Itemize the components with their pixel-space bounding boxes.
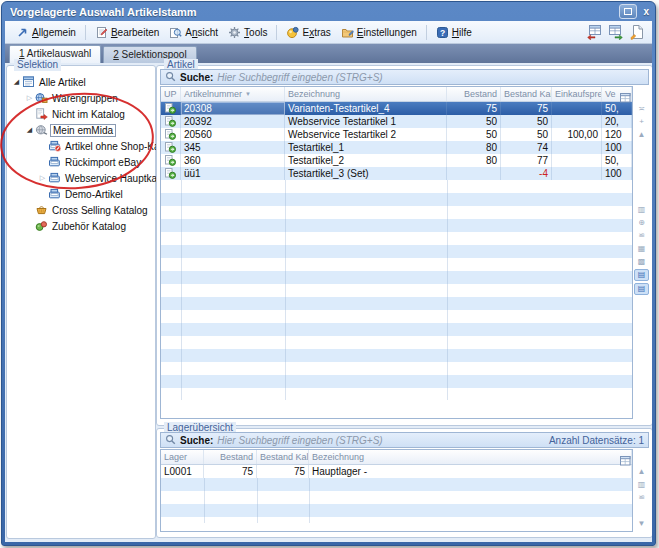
record-count-label: Anzahl Datensätze: 1 xyxy=(549,435,644,446)
folder-pencil-icon xyxy=(341,26,354,39)
search-label: Suche: xyxy=(180,435,213,446)
tree-item-webservice-hauptkategorie[interactable]: ▷Webservice Hauptkategorie xyxy=(7,170,155,186)
artikel-table-row[interactable]: üü1Testartikel_3 (Set)-4100 xyxy=(161,167,632,180)
menu-item-einstellungen[interactable]: Einstellungen xyxy=(336,24,422,41)
maximize-button[interactable] xyxy=(619,4,637,19)
lager-table-header: LagerBestandBestand Kalk..Bezeichnung xyxy=(161,450,632,465)
cell-bestand_kalk: 75 xyxy=(257,465,309,478)
artikel-table-row[interactable]: 345Testartikel_18074100 xyxy=(161,141,632,154)
menu-item-label: Bearbeiten xyxy=(111,27,159,38)
artikel-search-bar[interactable]: Suche: Hier Suchbegriff eingeben (STRG+S… xyxy=(160,69,649,85)
accessories-icon xyxy=(35,220,50,232)
cell-bezeichnung: Webservice Testartikel 2 xyxy=(285,128,447,141)
cell-artikelnummer: 20308 xyxy=(181,102,285,115)
column-chooser-icon[interactable] xyxy=(620,89,631,107)
column-header-artikelnummer[interactable]: Artikelnummer▼ xyxy=(181,87,285,101)
menu-item-tools[interactable]: Tools xyxy=(223,24,272,41)
menu-item-ansicht[interactable]: Ansicht xyxy=(164,24,223,41)
close-button[interactable]: x xyxy=(643,6,649,17)
shop-status-icon xyxy=(161,115,181,128)
table-import-icon[interactable] xyxy=(608,24,624,40)
scroll-down-icon[interactable]: ▼ xyxy=(635,518,648,529)
column-header-up[interactable]: UP xyxy=(161,87,181,101)
column-header-bezeichnung[interactable]: Bezeichnung xyxy=(285,87,447,101)
selektion-groupbox: Selektion ◢Alle Artikel▷WarengruppenNich… xyxy=(6,65,156,539)
column-header-einkaufspreis[interactable]: Einkaufspreis xyxy=(552,87,602,101)
shop-status-icon xyxy=(161,102,181,115)
columns-icon[interactable]: ▥ xyxy=(635,204,648,215)
layout-icon[interactable]: ▩ xyxy=(635,256,648,267)
maximize-icon xyxy=(624,8,632,15)
expander-icon[interactable]: ◢ xyxy=(24,126,35,134)
menu-item-extras[interactable]: Extras xyxy=(281,24,335,41)
tree-item-cross-selling-katalog[interactable]: Cross Selling Katalog xyxy=(7,202,155,218)
column-header-bestand_kalk[interactable]: Bestand Kalk.. xyxy=(257,450,309,464)
search-icon xyxy=(165,71,176,84)
expander-icon[interactable]: ▷ xyxy=(24,94,35,102)
tree-item-artikel-ohne-shop-kategorie[interactable]: Artikel ohne Shop-Kategorie xyxy=(7,138,155,154)
tree-item-alle-artikel[interactable]: ◢Alle Artikel xyxy=(7,74,155,90)
cell-bestand: 50 xyxy=(447,115,501,128)
column-header-bestand_kalk[interactable]: Bestand Kalk.. xyxy=(501,87,552,101)
tree-item-label: Alle Artikel xyxy=(37,77,88,88)
content-area: Selektion ◢Alle Artikel▷WarengruppenNich… xyxy=(5,63,652,542)
svg-text:?: ? xyxy=(440,27,445,37)
filter-icon[interactable]: ▦ xyxy=(635,243,648,254)
tree-item-demo-artikel[interactable]: Demo-Artikel xyxy=(7,186,155,202)
menu-item-hilfe[interactable]: ?Hilfe xyxy=(431,24,477,41)
tree-item-mein-emmida[interactable]: ◢Mein emMida xyxy=(7,122,155,138)
tree-item-label: Demo-Artikel xyxy=(63,189,125,200)
artikel-table-row[interactable]: 360Testartikel_2807750, xyxy=(161,154,632,167)
artikel-table-row[interactable]: 20560Webservice Testartikel 25050100,001… xyxy=(161,128,632,141)
auto-width-icon[interactable]: ≌ xyxy=(635,492,648,503)
category-icon xyxy=(48,188,63,200)
not-in-catalog-icon xyxy=(35,108,50,120)
tree-item-warengruppen[interactable]: ▷Warengruppen xyxy=(7,90,155,106)
cell-bestand: 80 xyxy=(447,154,501,167)
card-view-icon[interactable]: ▤ xyxy=(634,283,649,295)
menu-item-label: Tools xyxy=(244,27,267,38)
column-chooser-icon[interactable] xyxy=(620,452,631,470)
lager-table-row[interactable]: L00017575Hauptlager - xyxy=(161,465,632,478)
tree-item-zubehör-katalog[interactable]: Zubehör Katalog xyxy=(7,218,155,234)
scroll-up-icon[interactable]: ▲ xyxy=(635,466,648,477)
scroll-top-icon[interactable]: ≍ xyxy=(635,103,648,114)
expander-icon[interactable]: ◢ xyxy=(11,78,22,86)
expander-icon[interactable]: ▷ xyxy=(37,174,48,182)
zoom-icon[interactable]: ⊕ xyxy=(635,217,648,228)
titlebar[interactable]: Vorgelagerte Auswahl Artikelstamm x xyxy=(2,2,655,21)
cell-einkaufspreis xyxy=(552,167,602,180)
menu-items: AllgemeinBearbeitenAnsichtToolsExtrasEin… xyxy=(11,24,586,41)
tree-item-nicht-im-katalog[interactable]: Nicht im Katalog xyxy=(7,106,155,122)
tree-item-rückimport-ebay[interactable]: Rückimport eBay xyxy=(7,154,155,170)
auto-width-icon[interactable]: ≌ xyxy=(635,230,648,241)
menubar: AllgemeinBearbeitenAnsichtToolsExtrasEin… xyxy=(5,21,652,44)
cell-bestand_kalk: 74 xyxy=(501,141,552,154)
category-icon xyxy=(48,172,63,184)
menu-item-bearbeiten[interactable]: Bearbeiten xyxy=(90,24,164,41)
scroll-up-icon[interactable]: ▲ xyxy=(635,129,648,140)
cell-ve: 20, xyxy=(602,115,632,128)
search-icon xyxy=(165,434,176,447)
tree-item-label: Rückimport eBay xyxy=(63,157,143,168)
sort-icon: ▼ xyxy=(245,91,251,97)
new-document-icon[interactable] xyxy=(630,24,644,40)
table-export-icon[interactable] xyxy=(586,24,602,40)
grid-view-icon[interactable]: ▤ xyxy=(634,269,649,281)
lager-groupbox: Lagerübersicht Suche: Hier Suchbegriff e… xyxy=(156,428,652,538)
cell-bestand_kalk: 50 xyxy=(501,115,552,128)
column-header-lager[interactable]: Lager xyxy=(161,450,204,464)
columns-icon[interactable]: ▥ xyxy=(635,479,648,490)
sphere-icon xyxy=(286,26,299,39)
app-window: Vorgelagerte Auswahl Artikelstamm x Allg… xyxy=(1,1,656,546)
column-header-bestand[interactable]: Bestand xyxy=(447,87,501,101)
scroll-cross-icon[interactable]: + xyxy=(635,116,648,127)
lager-search-bar[interactable]: Suche: Hier Suchbegriff eingeben (STRG+S… xyxy=(160,432,649,448)
column-header-bezeichnung[interactable]: Bezeichnung xyxy=(309,450,632,464)
artikel-table-row[interactable]: 20308Varianten-Testartikel_4757550, xyxy=(161,102,632,115)
category-icon xyxy=(48,156,63,168)
menu-item-allgemein[interactable]: Allgemein xyxy=(11,24,81,41)
menu-separator xyxy=(426,25,427,40)
artikel-table-row[interactable]: 20392Webservice Testartikel 1505020, xyxy=(161,115,632,128)
column-header-bestand[interactable]: Bestand xyxy=(204,450,257,464)
